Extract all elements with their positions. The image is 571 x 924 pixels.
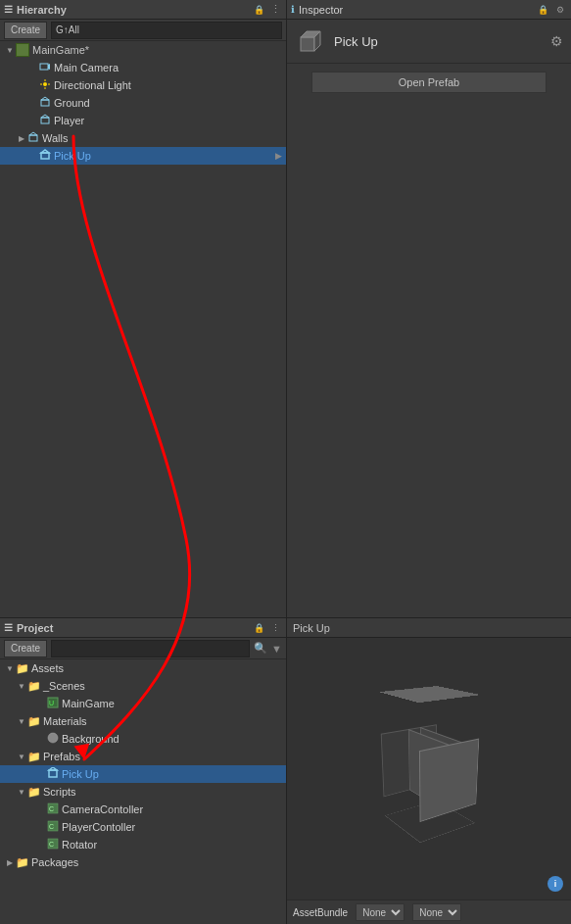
hierarchy-scene-root[interactable]: ▼ MainGame* — [0, 41, 286, 59]
assets-expand: ▼ — [4, 664, 16, 673]
scenes-folder-label: _Scenes — [43, 680, 85, 692]
project-materials-folder[interactable]: ▼ 📁 Materials — [0, 712, 286, 730]
camera-controller-label: CameraContoller — [62, 803, 143, 815]
project-scripts-folder[interactable]: ▼ 📁 Scripts — [0, 783, 286, 801]
project-lock-icon[interactable]: 🔒 — [252, 621, 265, 635]
camera-label: Main Camera — [54, 62, 119, 73]
asset-bundle-select[interactable]: None — [356, 903, 404, 921]
project-pickup-prefab[interactable]: ▶ Pick Up — [0, 765, 286, 783]
ground-label: Ground — [54, 97, 90, 109]
svg-text:U: U — [49, 700, 54, 706]
svg-rect-7 — [41, 100, 49, 106]
scene-icon — [16, 43, 29, 57]
svg-rect-13 — [41, 153, 49, 159]
inspector-title-text: Inspector — [299, 4, 343, 16]
hierarchy-item-walls[interactable]: ▶ Walls — [0, 129, 286, 147]
project-search-icon[interactable]: 🔍 — [254, 642, 267, 655]
pickup-label: Pick Up — [54, 150, 91, 162]
inspector-header-icons: 🔒 ⚙ — [536, 3, 567, 17]
project-panel: ☰ Project 🔒 ⋮ Create 🔍 ▼ ▼ — [0, 618, 287, 924]
project-toolbar: Create 🔍 ▼ — [0, 638, 286, 659]
svg-point-20 — [48, 733, 58, 743]
project-menu-icon[interactable]: ⋮ — [268, 621, 282, 635]
project-title: ☰ Project — [4, 622, 53, 634]
player-controller-label: PlayerContoller — [62, 821, 135, 833]
scene-file-icon: U — [47, 697, 59, 710]
project-filter-icon[interactable]: ▼ — [271, 643, 282, 655]
asset-bundle-label: AssetBundle — [293, 907, 348, 918]
hierarchy-header: ☰ Hierarchy 🔒 ⋮ — [0, 0, 286, 20]
svg-marker-10 — [41, 115, 49, 118]
material-icon — [47, 732, 59, 746]
project-background-material[interactable]: ▶ Background — [0, 730, 286, 748]
walls-obj-icon — [27, 131, 39, 145]
project-player-controller[interactable]: ▶ C PlayerContoller — [0, 818, 286, 836]
packages-expand: ▶ — [4, 858, 16, 867]
asset-bundle-row: AssetBundle None None — [287, 900, 571, 924]
hierarchy-item-pickup[interactable]: ▶ Pick Up ▶ — [0, 147, 286, 165]
pickup-arrow-indicator: ▶ — [275, 151, 286, 161]
rotator-label: Rotator — [62, 839, 97, 851]
preview-3d-area: i — [287, 638, 571, 900]
prefabs-expand: ▼ — [16, 753, 27, 761]
hierarchy-create-button[interactable]: Create — [4, 22, 47, 39]
scripts-expand: ▼ — [16, 788, 27, 797]
packages-folder-icon: 📁 — [16, 856, 29, 869]
scripts-folder-icon: 📁 — [27, 786, 41, 799]
hierarchy-search-input[interactable] — [51, 22, 282, 39]
pickup-prefab-label: Pick Up — [62, 768, 99, 780]
hierarchy-toolbar: Create — [0, 20, 286, 41]
project-header-icons: 🔒 ⋮ — [252, 621, 282, 635]
asset-bundle-variant-select[interactable]: None — [412, 903, 461, 921]
maingame-scene-label: MainGame — [62, 698, 115, 709]
assets-folder-icon: 📁 — [16, 662, 29, 675]
project-scenes-folder[interactable]: ▼ 📁 _Scenes — [0, 677, 286, 695]
svg-rect-11 — [29, 135, 37, 141]
hierarchy-scene-name: MainGame* — [32, 44, 89, 56]
ground-obj-icon — [39, 96, 51, 110]
project-icon: ☰ — [4, 622, 13, 633]
project-rotator[interactable]: ▶ C Rotator — [0, 836, 286, 853]
inspector-lock-icon[interactable]: 🔒 — [536, 3, 549, 17]
project-prefabs-folder[interactable]: ▼ 📁 Prefabs — [0, 748, 286, 765]
svg-text:C: C — [49, 805, 54, 812]
hierarchy-item-main-camera[interactable]: ▶ Main Camera — [0, 59, 286, 76]
inspector-settings-icon[interactable]: ⚙ — [550, 33, 563, 49]
svg-marker-12 — [29, 132, 37, 135]
hierarchy-item-player[interactable]: ▶ Player — [0, 112, 286, 129]
hierarchy-icon: ☰ — [4, 4, 13, 15]
project-maingame-scene[interactable]: ▶ U MainGame — [0, 695, 286, 712]
open-prefab-button[interactable]: Open Prefab — [311, 72, 547, 93]
svg-rect-9 — [41, 118, 49, 123]
light-obj-icon — [39, 78, 51, 92]
preview-info-icon[interactable]: i — [547, 876, 563, 892]
svg-marker-1 — [48, 64, 50, 70]
project-create-button[interactable]: Create — [4, 640, 47, 657]
script-icon-rotator: C — [47, 838, 59, 851]
project-packages-folder[interactable]: ▶ 📁 Packages — [0, 853, 286, 871]
hierarchy-item-directional-light[interactable]: ▶ Directional Light — [0, 76, 286, 94]
script-icon-camera: C — [47, 802, 59, 816]
project-tree: ▼ 📁 Assets ▼ 📁 _Scenes ▶ U MainGame — [0, 659, 286, 924]
inspector-menu-icon[interactable]: ⚙ — [553, 3, 567, 17]
preview-panel: Pick Up — [287, 618, 571, 924]
project-header: ☰ Project 🔒 ⋮ — [0, 618, 286, 638]
inspector-title-row: ℹ Inspector — [291, 4, 343, 16]
svg-marker-14 — [41, 150, 49, 153]
materials-expand: ▼ — [16, 717, 27, 726]
bottom-panels: ☰ Project 🔒 ⋮ Create 🔍 ▼ ▼ — [0, 617, 571, 924]
hierarchy-item-ground[interactable]: ▶ Ground — [0, 94, 286, 112]
player-label: Player — [54, 115, 84, 126]
hierarchy-menu-icon[interactable]: ⋮ — [268, 3, 282, 17]
inspector-content-area — [287, 101, 571, 617]
prefabs-folder-icon: 📁 — [27, 751, 41, 763]
packages-label: Packages — [31, 856, 78, 868]
hierarchy-lock-icon[interactable]: 🔒 — [252, 3, 265, 17]
project-assets-root[interactable]: ▼ 📁 Assets — [0, 659, 286, 677]
svg-rect-0 — [40, 64, 48, 70]
materials-folder-icon: 📁 — [27, 715, 41, 728]
scenes-folder-icon: 📁 — [27, 680, 41, 693]
hierarchy-header-icons: 🔒 ⋮ — [252, 3, 282, 17]
project-search-input[interactable] — [51, 640, 250, 657]
project-camera-controller[interactable]: ▶ C CameraContoller — [0, 801, 286, 818]
